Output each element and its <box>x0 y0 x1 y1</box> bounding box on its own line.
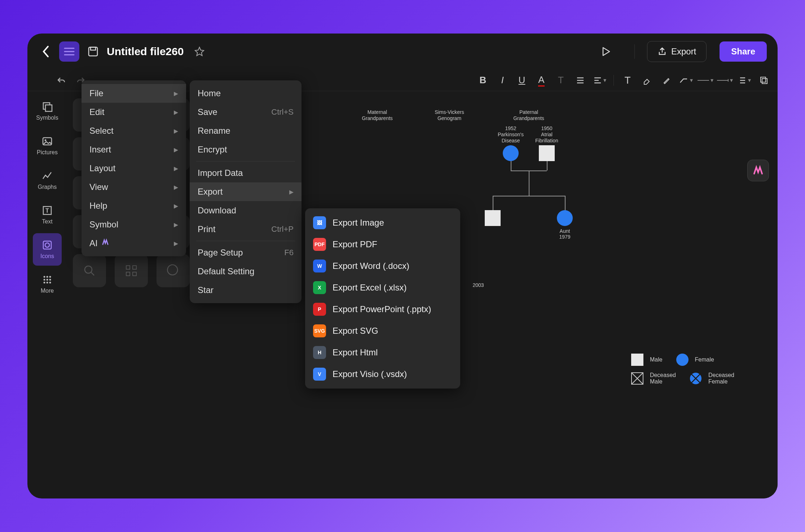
play-button[interactable] <box>597 43 615 61</box>
file-menu-page-setup[interactable]: Page SetupF6 <box>190 243 302 262</box>
main-menu-popup: File▸Edit▸Select▸Insert▸Layout▸View▸Help… <box>82 80 186 256</box>
divider <box>634 44 635 59</box>
sidebar-item-graphs[interactable]: Graphs <box>33 164 62 196</box>
menu-item-layout[interactable]: Layout▸ <box>82 159 186 178</box>
node-year: 2003 <box>472 282 484 288</box>
file-menu-default-setting[interactable]: Default Setting <box>190 262 302 281</box>
file-menu-import-data[interactable]: Import Data <box>190 164 302 182</box>
node-name: Aunt <box>560 228 570 234</box>
connector <box>547 161 547 170</box>
share-button[interactable]: Share <box>720 41 767 62</box>
icon-item[interactable] <box>115 254 148 287</box>
file-menu-home[interactable]: Home <box>190 84 302 103</box>
format-badge-icon: W <box>313 260 326 272</box>
export-option-export-word-docx-[interactable]: WExport Word (.docx) <box>305 255 460 277</box>
svg-rect-41 <box>133 272 136 276</box>
node-square[interactable] <box>485 210 501 226</box>
ai-assistant-button[interactable] <box>747 160 769 181</box>
left-sidebar: Symbols Pictures Graphs T Text Icons Mor… <box>27 91 67 498</box>
file-menu-export[interactable]: Export▸ <box>190 182 302 201</box>
icon-item[interactable] <box>157 254 190 287</box>
svg-point-8 <box>45 139 47 141</box>
format-badge-icon: V <box>313 368 326 381</box>
legend-male: Male <box>650 356 663 363</box>
text-tool-button[interactable]: T <box>620 72 635 88</box>
file-menu-save[interactable]: SaveCtrl+S <box>190 103 302 121</box>
export-option-export-html[interactable]: HExport Html <box>305 342 460 363</box>
file-menu-star[interactable]: Star <box>190 281 302 300</box>
node-circle[interactable] <box>557 210 573 226</box>
strikethrough-button[interactable]: T <box>553 72 569 88</box>
file-menu-download[interactable]: Download <box>190 201 302 220</box>
back-button[interactable] <box>38 44 53 59</box>
export-option-export-visio-vsdx-[interactable]: VExport Visio (.vsdx) <box>305 363 460 385</box>
sidebar-label: Symbols <box>36 115 58 121</box>
underline-button[interactable]: U <box>514 72 530 88</box>
sidebar-item-icons[interactable]: Icons <box>33 233 62 266</box>
icon-item[interactable] <box>73 254 106 287</box>
export-button[interactable]: Export <box>647 41 707 62</box>
svg-point-16 <box>44 279 45 281</box>
sidebar-item-more[interactable]: More <box>33 268 62 300</box>
sidebar-item-text[interactable]: T Text <box>33 199 62 231</box>
hamburger-menu-button[interactable] <box>59 41 79 62</box>
layers-button[interactable] <box>756 72 772 88</box>
undo-button[interactable] <box>53 72 69 88</box>
export-option-export-svg[interactable]: SVGExport SVG <box>305 320 460 342</box>
connector-dropdown[interactable]: ▾ <box>678 72 694 88</box>
menu-item-insert[interactable]: Insert▸ <box>82 140 186 159</box>
export-option-export-excel-xlsx-[interactable]: XExport Excel (.xlsx) <box>305 277 460 298</box>
arrow-style-dropdown[interactable]: ▾ <box>717 72 733 88</box>
svg-rect-1 <box>91 47 96 50</box>
file-menu-encrypt[interactable]: Encrypt <box>190 140 302 159</box>
line-style-dropdown[interactable]: ▾ <box>698 72 713 88</box>
file-menu-rename[interactable]: Rename <box>190 121 302 140</box>
list-dropdown[interactable]: ▾ <box>736 72 752 88</box>
file-title: Untitled file260 <box>107 45 184 58</box>
file-submenu-popup: HomeSaveCtrl+SRenameEncryptImport DataEx… <box>190 80 302 303</box>
node-cond: Parkinson's Disease <box>498 132 524 144</box>
export-submenu-popup: 🖼Export ImagePDFExport PDFWExport Word (… <box>305 208 460 389</box>
export-option-export-pdf[interactable]: PDFExport PDF <box>305 234 460 255</box>
text-color-button[interactable]: A <box>533 72 549 88</box>
sidebar-item-symbols[interactable]: Symbols <box>33 95 62 127</box>
sidebar-label: Text <box>42 218 52 225</box>
node-female-square[interactable] <box>539 145 555 161</box>
connector <box>529 170 529 196</box>
legend-dmale: Deceased Male <box>650 372 676 385</box>
text-align-dropdown[interactable]: ▾ <box>592 72 608 88</box>
svg-point-14 <box>47 276 48 278</box>
svg-point-37 <box>85 266 92 273</box>
export-option-export-image[interactable]: 🖼Export Image <box>305 212 460 234</box>
menu-item-symbol[interactable]: Symbol▸ <box>82 215 186 234</box>
export-option-export-powerpoint-pptx-[interactable]: PExport PowerPoint (.pptx) <box>305 298 460 320</box>
sidebar-label: More <box>41 288 54 294</box>
menu-item-help[interactable]: Help▸ <box>82 196 186 215</box>
bold-button[interactable]: B <box>475 72 491 88</box>
svg-point-19 <box>44 282 45 284</box>
menu-item-view[interactable]: View▸ <box>82 178 186 196</box>
file-menu-print[interactable]: PrintCtrl+P <box>190 220 302 239</box>
export-button-label: Export <box>671 46 696 57</box>
connector <box>493 196 493 210</box>
favorite-star-button[interactable] <box>192 44 207 59</box>
node-year: 1950 <box>541 125 552 132</box>
svg-rect-40 <box>126 272 130 276</box>
menu-item-ai[interactable]: AI▸ <box>82 234 186 253</box>
eraser-button[interactable] <box>639 72 655 88</box>
brush-button[interactable] <box>659 72 674 88</box>
label-sims: Sims-Vickers Genogram <box>435 109 464 121</box>
italic-button[interactable]: I <box>494 72 510 88</box>
svg-rect-4 <box>762 79 767 84</box>
save-icon[interactable] <box>86 44 100 59</box>
menu-item-select[interactable]: Select▸ <box>82 121 186 140</box>
menu-item-file[interactable]: File▸ <box>82 84 186 103</box>
legend-female: Female <box>695 356 714 363</box>
menu-separator <box>196 161 295 161</box>
align-button[interactable] <box>572 72 588 88</box>
node-male-circle[interactable] <box>503 145 519 161</box>
menu-item-edit[interactable]: Edit▸ <box>82 103 186 121</box>
sidebar-item-pictures[interactable]: Pictures <box>33 129 62 162</box>
node-year: 1952 <box>505 125 516 132</box>
connector <box>511 161 511 170</box>
